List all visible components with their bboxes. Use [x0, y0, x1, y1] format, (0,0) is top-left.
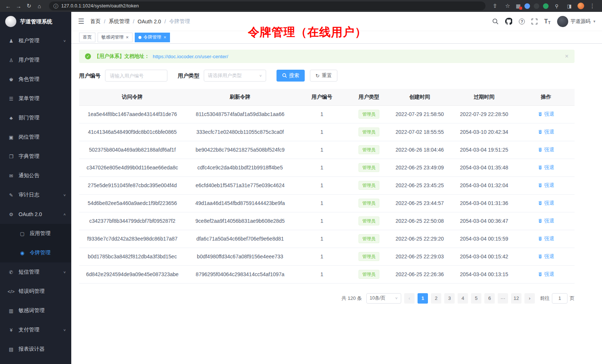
force-logout-button[interactable]: 强退 — [538, 218, 554, 224]
force-logout-button[interactable]: 强退 — [538, 129, 554, 135]
force-logout-button[interactable]: 强退 — [538, 146, 554, 153]
fullscreen-icon[interactable] — [531, 19, 537, 24]
extension-blue-icon[interactable] — [524, 3, 530, 9]
force-logout-button[interactable]: 强退 — [538, 164, 554, 171]
chevron-down-icon: ∨ — [63, 39, 66, 43]
page-button[interactable]: 1 — [418, 293, 428, 304]
force-logout-label: 强退 — [544, 164, 554, 171]
delete-icon — [538, 183, 543, 188]
search-button[interactable]: 搜索 — [277, 70, 305, 82]
sidebar-item[interactable]: ⚙OAuth 2.0∧ — [0, 205, 71, 224]
tab-令牌管理[interactable]: 令牌管理× — [135, 33, 170, 42]
sidebar-item[interactable]: ♙用户管理 — [0, 50, 71, 70]
github-icon[interactable] — [505, 18, 512, 25]
created-time-cell: 2022-06-26 18:04:46 — [389, 141, 451, 159]
user-id-cell: 1 — [295, 159, 349, 176]
force-logout-button[interactable]: 强退 — [538, 235, 554, 242]
browser-profile-avatar[interactable] — [578, 3, 584, 9]
force-logout-button[interactable]: 强退 — [538, 182, 554, 189]
extension-dark-icon[interactable] — [534, 3, 539, 9]
browser-toolbar: ← → ↻ ⌂ i 127.0.0.1:1024/system/oauth2/t… — [0, 0, 602, 12]
force-logout-button[interactable]: 强退 — [538, 200, 554, 206]
menu-item-label: 用户管理 — [19, 57, 66, 63]
tab-首页[interactable]: 首页 — [79, 33, 95, 42]
sidebar-subitem[interactable]: ▢应用管理 — [0, 224, 71, 243]
next-page-button[interactable]: › — [524, 293, 535, 304]
breadcrumb-item[interactable]: 系统管理 — [109, 18, 130, 25]
page-button[interactable]: 3 — [444, 293, 455, 304]
site-info-icon[interactable]: i — [53, 4, 58, 9]
browser-forward-icon[interactable]: → — [14, 1, 23, 10]
browser-home-icon[interactable]: ⌂ — [35, 1, 44, 10]
tab-close-icon[interactable]: × — [126, 35, 129, 40]
share-icon[interactable]: ⇧ — [491, 1, 500, 10]
extension-badged-icon[interactable]: ▦ — [516, 3, 521, 9]
sidebar-item[interactable]: ♟租户管理∨ — [0, 31, 71, 50]
expire-time-cell: 2054-03-04 00:15:42 — [451, 248, 517, 265]
sidebar-item[interactable]: ✆短信管理∨ — [0, 262, 71, 282]
goto-page-input[interactable] — [552, 293, 567, 304]
page-button[interactable]: 2 — [431, 293, 441, 304]
sidebar-subitem[interactable]: ◉令牌管理 — [0, 243, 71, 262]
sidebar-item[interactable]: ♚角色管理 — [0, 70, 71, 89]
action-cell: 强退 — [517, 123, 575, 141]
sidebar-item[interactable]: ☰菜单管理 — [0, 89, 71, 108]
force-logout-button[interactable]: 强退 — [538, 271, 554, 278]
refresh-token-cell: be90422b8c7946218275a508bf524fc9 — [186, 141, 295, 159]
address-bar[interactable]: i 127.0.0.1:1024/system/oauth2/token — [49, 1, 485, 10]
notice-icon: ✉ — [7, 173, 15, 179]
breadcrumb-item[interactable]: OAuth 2.0 — [138, 19, 161, 24]
extensions-puzzle-icon[interactable]: ⚲ — [552, 1, 561, 10]
browser-menu-icon[interactable]: ⋮ — [588, 1, 597, 10]
hamburger-icon[interactable]: ☰ — [78, 17, 84, 26]
sidebar-item[interactable]: ❐字典管理 — [0, 147, 71, 166]
browser-refresh-icon[interactable]: ↻ — [24, 1, 33, 10]
page-button[interactable]: 6 — [484, 293, 495, 304]
user-id-cell: 1 — [295, 105, 349, 123]
reset-button[interactable]: ↻ 重置 — [310, 70, 337, 82]
table-row: 6d842e2924594de9a09e45e087323abe8796295f… — [79, 265, 575, 283]
alert-close-icon[interactable]: × — [565, 53, 569, 60]
app-logo[interactable]: 芋道管理系统 — [0, 12, 71, 31]
tab-close-icon[interactable]: × — [164, 35, 167, 40]
user-menu[interactable]: 芋道源码 ▼ — [557, 16, 596, 27]
search-button-label: 搜索 — [289, 72, 299, 79]
sidebar-item[interactable]: ♣部门管理 — [0, 108, 71, 128]
help-icon[interactable]: ? — [519, 19, 525, 24]
page-button[interactable]: 4 — [458, 293, 468, 304]
split-view-icon[interactable]: ◨ — [565, 1, 574, 10]
page-button[interactable]: 5 — [471, 293, 481, 304]
more-pages-button[interactable]: ··· — [498, 293, 508, 304]
user-type-select[interactable]: 请选择用户类型 ∨ — [204, 70, 266, 82]
created-time-cell: 2022-06-25 22:50:08 — [389, 212, 451, 230]
menu-item-label: 字典管理 — [19, 153, 66, 160]
sidebar-item[interactable]: ▤报表设计器 — [0, 340, 71, 359]
header-search-icon[interactable] — [492, 18, 498, 24]
created-time-cell: 2022-06-25 23:49:09 — [389, 159, 451, 176]
sidebar-item[interactable]: ✎审计日志∨ — [0, 185, 71, 205]
user-id-input[interactable] — [105, 70, 167, 82]
force-logout-button[interactable]: 强退 — [538, 253, 554, 260]
delete-icon — [538, 254, 543, 259]
sidebar-item[interactable]: ¥支付管理∨ — [0, 320, 71, 340]
bookmark-star-icon[interactable]: ☆ — [503, 1, 512, 10]
user-type-badge: 管理员 — [359, 234, 379, 243]
alert-doc-link[interactable]: https://doc.iocoder.cn/user-center/ — [153, 54, 228, 59]
sidebar-item[interactable]: ▣岗位管理 — [0, 128, 71, 147]
payment-icon: ¥ — [7, 327, 15, 333]
extension-green-icon[interactable] — [543, 3, 549, 9]
browser-back-icon[interactable]: ← — [4, 1, 13, 10]
sidebar-item[interactable]: </>错误码管理 — [0, 282, 71, 301]
font-size-icon[interactable]: TT — [544, 18, 550, 25]
sidebar-item[interactable]: ▥敏感词管理 — [0, 301, 71, 320]
sidebar-item[interactable]: ✉通知公告 — [0, 166, 71, 185]
refresh-token-cell: 49d1aa46d1454fbd87591444423be9fa — [186, 194, 295, 212]
user-type-cell: 管理员 — [349, 212, 389, 230]
tab-敏感词管理[interactable]: 敏感词管理× — [98, 33, 132, 42]
refresh-token-cell: dfa6c71a50a54c66bef706ef9e6e8d81 — [186, 230, 295, 248]
page-size-select[interactable]: 10条/页 ∨ — [366, 293, 401, 304]
breadcrumb-item[interactable]: 首页 — [90, 18, 101, 25]
page-button[interactable]: 12 — [511, 293, 521, 304]
prev-page-button[interactable]: ‹ — [404, 293, 415, 304]
force-logout-button[interactable]: 强退 — [538, 111, 554, 118]
